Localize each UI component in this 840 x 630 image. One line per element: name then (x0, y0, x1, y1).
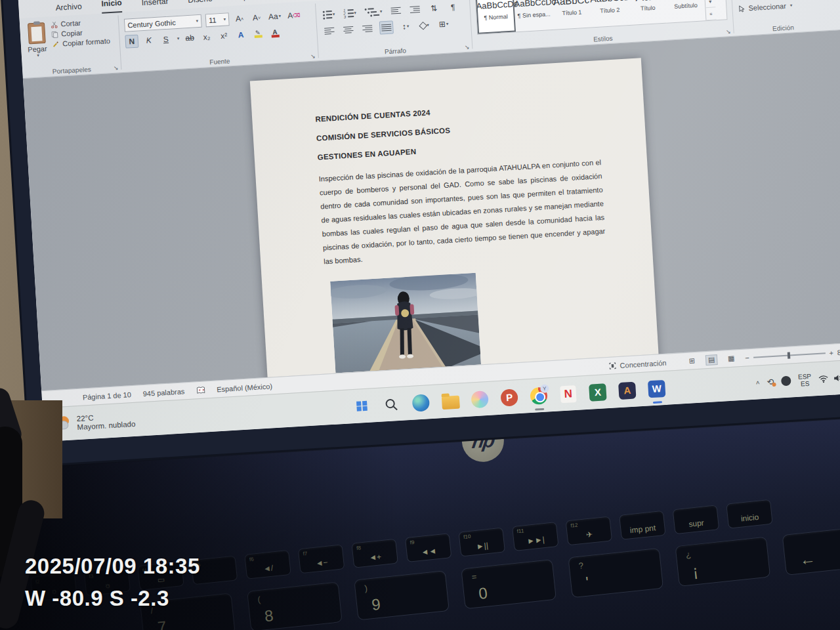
cut-label: Cortar (60, 19, 81, 28)
align-right-icon (362, 25, 373, 33)
styles-scroll-down[interactable]: ▼ (705, 0, 715, 9)
select-button[interactable]: Seleccionar▾ (738, 0, 826, 12)
widgets-weather-button[interactable]: 22°C Mayorm. nublado (43, 407, 201, 433)
zoom-percent[interactable]: 84% (837, 347, 840, 356)
copilot-icon (471, 390, 488, 408)
underline-button[interactable]: S (159, 32, 173, 46)
style-sin-espaciado[interactable]: AaBbCcDc¶ Sin espa... (514, 0, 554, 32)
font-family-combobox[interactable]: Century Gothic▾ (124, 14, 202, 32)
style-titulo-2[interactable]: AaBbCcDTítulo 2 (590, 0, 630, 28)
chevron-down-icon: ▾ (223, 17, 226, 22)
justify-button[interactable] (379, 20, 394, 34)
zoom-in-button[interactable]: + (829, 348, 833, 356)
decrease-indent-button[interactable] (389, 4, 403, 18)
copy-button[interactable]: Copiar (51, 27, 110, 38)
align-center-button[interactable] (341, 23, 355, 37)
tab-inicio[interactable]: Inicio (101, 0, 123, 14)
increase-indent-button[interactable] (408, 3, 422, 16)
tab-archivo[interactable]: Archivo (55, 2, 82, 16)
style-subtitulo[interactable]: AaBbCcDSubtítulo (665, 0, 705, 23)
sync-status-icon[interactable]: ⟲ (766, 377, 774, 387)
clipboard-dialog-launcher[interactable]: ↘ (113, 64, 118, 71)
clear-formatting-button[interactable]: A⌫ (286, 9, 302, 22)
highlight-color-button[interactable]: ✎ (251, 27, 264, 41)
align-right-button[interactable] (360, 22, 374, 35)
excel-button[interactable]: X (587, 381, 609, 404)
chrome-open-indicator (535, 408, 544, 410)
text-effects-button[interactable]: A (234, 28, 248, 42)
bullets-button[interactable]: ▾ (321, 8, 337, 22)
indent-icon (410, 6, 420, 14)
word-button[interactable]: W (646, 377, 668, 400)
font-color-swatch (271, 34, 279, 37)
sync-alert-dot (772, 383, 776, 387)
shrink-font-button[interactable]: A˅ (249, 10, 263, 24)
line-spacing-button[interactable]: ↕▾ (399, 20, 413, 33)
grow-font-button[interactable]: A˄ (233, 12, 247, 26)
font-dialog-launcher[interactable]: ↘ (310, 53, 316, 60)
print-layout-view-button[interactable]: ▤ (705, 354, 718, 366)
styles-dialog-launcher[interactable]: ↘ (726, 28, 731, 35)
font-color-button[interactable]: A (268, 26, 282, 40)
multilevel-list-button[interactable]: ▾ (363, 5, 384, 19)
format-painter-button[interactable]: Copiar formato (52, 37, 110, 48)
word-count[interactable]: 945 palabras (142, 387, 184, 398)
tray-circle-icon[interactable] (781, 375, 791, 386)
chrome-button[interactable]: Y (528, 385, 550, 407)
paragraph-group: ▾ 123▾ ▾ ⇅ ¶ (316, 0, 472, 60)
subscript-button[interactable]: x₂ (200, 30, 214, 44)
zoom-slider[interactable] (753, 352, 826, 358)
font-group: Century Gothic▾ 11▾ A˄ A˅ Aa▾ A⌫ N K S ▾… (118, 1, 318, 72)
bold-button[interactable]: N (125, 35, 138, 49)
hidden-icons-button[interactable]: ˄ (755, 379, 759, 386)
scissors-icon (51, 20, 58, 28)
paragraph-dialog-launcher[interactable]: ↘ (464, 44, 469, 51)
chevron-down-icon: ▾ (196, 18, 198, 24)
styles-more-button[interactable]: ≡ (705, 8, 716, 21)
superscript-button[interactable]: x² (217, 29, 231, 43)
app-a-button[interactable]: A (616, 379, 639, 402)
proofing-status[interactable] (196, 386, 205, 394)
netflix-button[interactable]: N (557, 383, 579, 405)
web-layout-view-button[interactable]: ▦ (725, 353, 738, 364)
change-case-button[interactable]: Aa▾ (266, 9, 282, 23)
format-painter-label: Copiar formato (62, 37, 110, 47)
shading-button[interactable]: ▾ (418, 18, 432, 32)
font-size-combobox[interactable]: 11▾ (205, 12, 230, 27)
read-mode-view-button[interactable]: ⊞ (686, 355, 698, 366)
show-marks-button[interactable]: ¶ (446, 0, 460, 14)
align-left-button[interactable] (322, 24, 336, 38)
numbering-button[interactable]: 123▾ (342, 7, 358, 20)
format-painter-icon (52, 40, 60, 48)
system-tray: ˄ ⟲ ESPES 18:359/7/2025 (755, 367, 840, 390)
cut-button[interactable]: Cortar (51, 17, 109, 28)
taskbar-search-button[interactable] (380, 393, 402, 415)
start-button[interactable] (351, 395, 373, 417)
style-titulo[interactable]: AaBTítulo (627, 0, 667, 25)
file-explorer-button[interactable] (439, 390, 461, 412)
powerpoint-button[interactable]: P (498, 387, 520, 409)
timestamp-line: 2025/07/09 18:35 (25, 550, 200, 582)
document-area: RENDICIÓN DE CUENTAS 2024 COMISIÓN DE SE… (23, 27, 840, 391)
wifi-icon[interactable] (818, 375, 829, 383)
search-icon (384, 397, 399, 412)
language-status[interactable]: Español (México) (217, 382, 273, 393)
strikethrough-button[interactable]: ab (183, 31, 197, 45)
doc-photo-oxidation-ponds[interactable] (330, 273, 481, 373)
document-page[interactable]: RENDICIÓN DE CUENTAS 2024 COMISIÓN DE SE… (250, 58, 660, 389)
focus-mode-button[interactable]: Concentración (608, 358, 666, 369)
sort-button[interactable]: ⇅ (427, 1, 441, 15)
speaker-icon[interactable] (833, 373, 840, 382)
italic-button[interactable]: K (142, 33, 156, 47)
borders-button[interactable]: ⊞▾ (437, 17, 451, 31)
copilot-button[interactable] (469, 388, 491, 410)
page-indicator[interactable]: Página 1 de 10 (83, 390, 132, 401)
paste-button[interactable]: Pegar ▾ (26, 22, 48, 59)
zoom-slider-thumb[interactable] (787, 352, 790, 358)
style-titulo-1[interactable]: AaBbCcTítulo 1 (552, 0, 592, 30)
language-switcher[interactable]: ESPES (798, 372, 812, 387)
edge-button[interactable] (410, 392, 432, 414)
style-normal[interactable]: AaBbCcDc¶ Normal (476, 0, 516, 34)
start-icon (356, 401, 367, 411)
zoom-out-button[interactable]: − (745, 354, 749, 362)
